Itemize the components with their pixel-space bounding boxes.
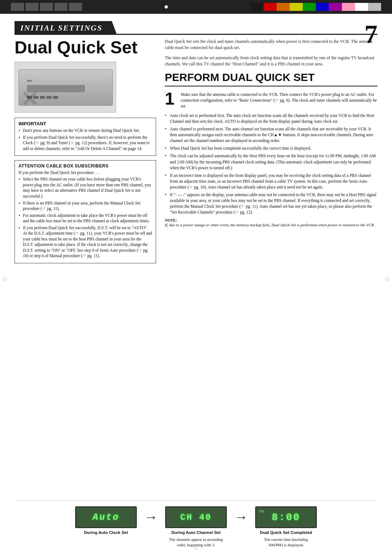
right-bullet-3: When Dual Quick Set has been completed s… xyxy=(165,145,377,151)
color-blk-8 xyxy=(342,3,355,11)
display-text-1: Auto xyxy=(93,512,119,523)
right-bullet-6: If "- -:- -" appears on the display, you… xyxy=(165,192,377,215)
color-blk-7 xyxy=(329,3,342,11)
right-bullet-2: Auto channel is performed next. The auto… xyxy=(165,126,377,143)
top-blk-4 xyxy=(54,3,68,11)
left-column: Dual Quick Set JVC ✕ xyxy=(15,39,156,495)
top-center-dot xyxy=(164,5,168,9)
display-item-3: PM 8:00 Dual Quick Set Completed The cur… xyxy=(255,506,317,548)
vcr-btn-5 xyxy=(53,96,58,99)
x-mark: ✕ xyxy=(20,89,38,110)
color-blk-4 xyxy=(290,3,303,11)
vcr-image: JVC ✕ xyxy=(15,62,116,113)
registration-dot-top xyxy=(164,5,168,9)
note-section: NOTE: If, due to a power outage or other… xyxy=(165,218,377,228)
registration-dot-left xyxy=(3,278,7,281)
attention-bullet-list: Select the PBS channel on your cable box… xyxy=(19,177,152,259)
attention-box: ATTENTION CABLE BOX SUBSCRIBERS If you p… xyxy=(15,160,156,263)
registration-dot-bottom xyxy=(194,546,198,550)
right-column: Dual Quick Set sets the clock and tuner … xyxy=(165,39,377,495)
display-sublabel-3: The current time (including AM/PM) is di… xyxy=(257,537,315,548)
arrow-1: → xyxy=(144,510,158,524)
color-blk-5 xyxy=(303,3,316,11)
display-screen-3: PM 8:00 xyxy=(255,506,317,528)
top-blk-3 xyxy=(40,3,53,11)
perform-title: PERFORM DUAL QUICK SET xyxy=(165,71,377,86)
note-title: NOTE: xyxy=(165,218,177,222)
page-content: INITIAL SETTINGS 7 Dual Quick Set JVC xyxy=(0,14,392,555)
display-label-2: During Auto Channel Set xyxy=(171,530,221,535)
right-bullet-list: Auto clock set is performed first. The a… xyxy=(165,113,377,215)
section-label: INITIAL SETTINGS xyxy=(15,21,117,35)
header-banner: INITIAL SETTINGS 7 xyxy=(15,21,377,35)
top-bar-color-blocks xyxy=(250,3,381,11)
page-title: Dual Quick Set xyxy=(15,39,156,57)
step-number-1: 1 xyxy=(165,90,178,109)
color-blk-3 xyxy=(277,3,290,11)
display-screen-1: Auto xyxy=(75,506,137,528)
page-number: 7 xyxy=(364,21,377,47)
attention-bullet-2: If there is no PBS channel in your area,… xyxy=(19,200,152,212)
right-bullet-5: If an incorrect time is displayed on the… xyxy=(165,173,377,190)
color-blk-6 xyxy=(316,3,329,11)
two-col-layout: Dual Quick Set JVC ✕ xyxy=(15,39,377,495)
attention-bullet-3: For automatic clock adjustment to take p… xyxy=(19,213,152,224)
attention-title: ATTENTION CABLE BOX SUBSCRIBERS xyxy=(19,163,152,169)
vcr-brand-label: JVC xyxy=(27,79,33,82)
display-item-2: CH 40 During Auto Channel Set The channe… xyxy=(165,506,227,548)
important-bullet-2: If you perform Dual Quick Set successful… xyxy=(19,135,152,152)
registration-dot-right xyxy=(385,278,389,281)
attention-bullet-4: If you perform Dual Quick Set successful… xyxy=(19,225,152,259)
top-bar-left-blocks xyxy=(11,3,82,11)
display-label-1: During Auto Clock Set xyxy=(84,530,128,535)
color-blk-9 xyxy=(355,3,368,11)
display-text-2: CH 40 xyxy=(180,513,212,522)
color-blk-1 xyxy=(250,3,264,11)
display-item-1: Auto During Auto Clock Set xyxy=(75,506,137,535)
note-text: If, due to a power outage or other event… xyxy=(165,223,375,227)
right-bullet-1: Auto clock set is performed first. The a… xyxy=(165,113,377,124)
pm-indicator: PM xyxy=(259,510,264,513)
display-text-3: 8:00 xyxy=(271,512,300,523)
display-screen-2: CH 40 xyxy=(165,506,227,528)
color-blk-10 xyxy=(368,3,381,11)
important-bullet-list: Don't press any buttons on the VCR or re… xyxy=(19,128,152,151)
important-title: IMPORTANT xyxy=(19,121,152,126)
header-line xyxy=(117,34,377,35)
top-bar xyxy=(0,0,392,14)
right-intro-p2: The time and date can be set automatical… xyxy=(165,55,377,68)
right-intro-p1: Dual Quick Set sets the clock and tuner … xyxy=(165,39,377,51)
right-bullet-4: The clock can be adjusted automatically … xyxy=(165,153,377,170)
important-bullet-1: Don't press any buttons on the VCR or re… xyxy=(19,128,152,134)
arrow-2: → xyxy=(234,510,248,524)
attention-intro: If you perform the Dual Quick Set proced… xyxy=(19,170,152,175)
color-blk-2 xyxy=(264,3,277,11)
vcr-btn-3 xyxy=(40,96,45,99)
vcr-btn-4 xyxy=(46,96,52,99)
bottom-section: Auto During Auto Clock Set → CH 40 Durin… xyxy=(15,500,377,548)
top-blk-5 xyxy=(69,3,82,11)
step-1-text: Make sure that the antenna cable is conn… xyxy=(181,90,377,109)
top-blk-1 xyxy=(11,3,24,11)
attention-bullet-1: Select the PBS channel on your cable box… xyxy=(19,177,152,199)
top-blk-2 xyxy=(25,3,38,11)
step-1-row: 1 Make sure that the antenna cable is co… xyxy=(165,90,377,109)
display-label-3: Dual Quick Set Completed xyxy=(260,530,312,535)
important-box: IMPORTANT Don't press any buttons on the… xyxy=(15,118,156,156)
